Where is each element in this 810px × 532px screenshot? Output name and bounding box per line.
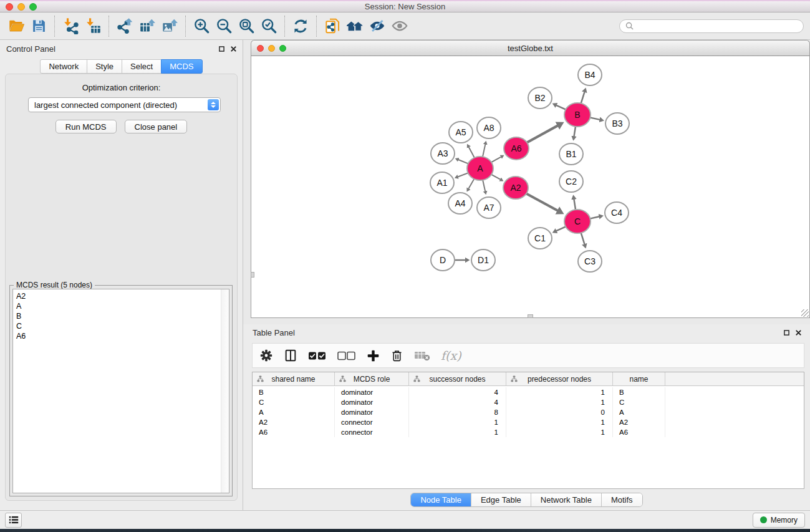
- network-edge-A-A5[interactable]: [469, 147, 475, 158]
- table-cell[interactable]: 1: [506, 427, 613, 437]
- network-node-B3[interactable]: B3: [605, 113, 629, 134]
- network-canvas[interactable]: B4B2BB3A8A5A6A3B1AC2A1A2A4A7C4CC1DD1C3: [251, 56, 810, 318]
- close-window-button[interactable]: [6, 3, 13, 11]
- float-panel-icon[interactable]: [784, 330, 789, 336]
- show-column-button[interactable]: [284, 349, 297, 362]
- network-edge-A-A7[interactable]: [483, 180, 485, 191]
- network-edge-B-B1[interactable]: [574, 126, 576, 137]
- run-mcds-button[interactable]: Run MCDS: [55, 120, 117, 133]
- table-cell[interactable]: connector: [335, 427, 409, 437]
- import-table-button[interactable]: [82, 15, 104, 37]
- tab-style[interactable]: Style: [87, 59, 122, 74]
- network-edge-C-C2[interactable]: [574, 199, 576, 210]
- zoom-selected-button[interactable]: [258, 15, 280, 37]
- network-node-A8[interactable]: A8: [477, 117, 501, 138]
- open-session-button[interactable]: [5, 15, 27, 37]
- tab-mcds[interactable]: MCDS: [161, 59, 202, 74]
- save-session-button[interactable]: [27, 15, 50, 37]
- network-node-C4[interactable]: C4: [605, 202, 629, 223]
- maximize-window-button[interactable]: [29, 3, 37, 11]
- network-edge-A-A8[interactable]: [483, 144, 486, 157]
- table-cell[interactable]: 4: [409, 387, 506, 397]
- table-cell[interactable]: dominator: [335, 407, 409, 417]
- network-node-A1[interactable]: A1: [430, 172, 454, 193]
- function-builder-button[interactable]: f(x): [441, 349, 461, 362]
- table-cell[interactable]: 1: [409, 417, 506, 427]
- optimization-criterion-select[interactable]: largest connected component (directed): [28, 97, 221, 112]
- network-graph[interactable]: B4B2BB3A8A5A6A3B1AC2A1A2A4A7C4CC1DD1C3: [251, 56, 809, 317]
- minimize-window-button[interactable]: [17, 3, 25, 11]
- network-node-C3[interactable]: C3: [578, 251, 602, 272]
- tab-motifs[interactable]: Motifs: [602, 493, 642, 506]
- table-cell[interactable]: 1: [506, 397, 613, 407]
- column-header-predecessor-nodes[interactable]: predecessor nodes: [506, 372, 613, 385]
- network-node-A7[interactable]: A7: [477, 197, 501, 218]
- select-all-rows-button[interactable]: [308, 351, 327, 361]
- show-all-button[interactable]: [388, 15, 411, 37]
- table-cell[interactable]: C: [613, 397, 665, 407]
- delete-table-button[interactable]: [414, 350, 430, 361]
- hide-selected-button[interactable]: [366, 15, 388, 37]
- network-node-B[interactable]: B: [564, 103, 591, 127]
- horizontal-scroll-nub[interactable]: [528, 314, 533, 318]
- table-cell[interactable]: 4: [409, 397, 506, 407]
- table-cell[interactable]: A2: [253, 417, 335, 427]
- network-node-A3[interactable]: A3: [431, 143, 455, 164]
- mcds-result-item[interactable]: A: [16, 301, 226, 311]
- mcds-result-list[interactable]: A2ABCA6: [12, 289, 229, 493]
- table-cell[interactable]: A: [613, 407, 665, 417]
- network-window-titlebar[interactable]: testGlobe.txt: [251, 40, 810, 56]
- table-cell[interactable]: 1: [409, 427, 506, 437]
- network-node-D1[interactable]: D1: [471, 249, 495, 271]
- table-row[interactable]: Bdominator41B: [253, 387, 804, 397]
- create-column-button[interactable]: [367, 349, 380, 362]
- tab-network[interactable]: Network: [40, 59, 87, 74]
- export-table-button[interactable]: [136, 15, 158, 37]
- table-cell[interactable]: connector: [335, 417, 409, 427]
- delete-columns-button[interactable]: [390, 349, 403, 362]
- table-cell[interactable]: A6: [613, 427, 665, 437]
- column-header-MCDS-role[interactable]: MCDS role: [335, 372, 409, 385]
- network-node-A2[interactable]: A2: [503, 177, 528, 199]
- export-network-button[interactable]: [113, 15, 136, 37]
- mcds-result-item[interactable]: A6: [16, 331, 226, 341]
- table-cell[interactable]: B: [253, 387, 335, 397]
- maximize-view-button[interactable]: [279, 45, 286, 52]
- network-node-A4[interactable]: A4: [448, 193, 472, 214]
- network-edge-B-B4[interactable]: [581, 92, 584, 104]
- table-cell[interactable]: dominator: [335, 387, 409, 397]
- table-cell[interactable]: C: [253, 397, 335, 407]
- table-row[interactable]: A6connector11A6: [253, 427, 804, 437]
- network-node-C[interactable]: C: [564, 210, 591, 233]
- close-view-button[interactable]: [257, 45, 264, 52]
- network-node-D[interactable]: D: [431, 249, 455, 271]
- table-cell[interactable]: A: [253, 407, 335, 417]
- column-header-shared-name[interactable]: shared name: [253, 372, 335, 385]
- table-cell[interactable]: A2: [613, 417, 665, 427]
- import-network-button[interactable]: [59, 15, 82, 37]
- network-node-B2[interactable]: B2: [528, 87, 552, 109]
- new-network-from-selection-button[interactable]: [321, 15, 344, 37]
- network-edge-C-C3[interactable]: [581, 232, 584, 244]
- table-cell[interactable]: 8: [409, 407, 506, 417]
- minimize-view-button[interactable]: [268, 45, 275, 52]
- close-panel-icon[interactable]: [231, 46, 236, 52]
- table-cell[interactable]: 1: [506, 417, 613, 427]
- table-cell[interactable]: 0: [506, 407, 613, 417]
- table-row[interactable]: Cdominator41C: [253, 397, 804, 407]
- apply-layout-button[interactable]: [289, 15, 312, 37]
- close-panel-button[interactable]: Close panel: [125, 120, 188, 133]
- network-node-B4[interactable]: B4: [578, 64, 602, 85]
- zoom-fit-button[interactable]: [235, 15, 258, 37]
- network-node-A6[interactable]: A6: [504, 137, 529, 160]
- mcds-result-item[interactable]: C: [16, 321, 226, 331]
- tab-select[interactable]: Select: [122, 59, 162, 74]
- network-node-A[interactable]: A: [467, 157, 493, 180]
- table-cell[interactable]: 1: [506, 387, 613, 397]
- table-cell[interactable]: dominator: [335, 397, 409, 407]
- close-panel-icon[interactable]: [796, 330, 801, 336]
- column-header-name[interactable]: name: [613, 372, 665, 385]
- first-neighbors-button[interactable]: [344, 15, 366, 37]
- memory-button[interactable]: Memory: [753, 513, 805, 528]
- network-edge-A-A4[interactable]: [468, 178, 475, 189]
